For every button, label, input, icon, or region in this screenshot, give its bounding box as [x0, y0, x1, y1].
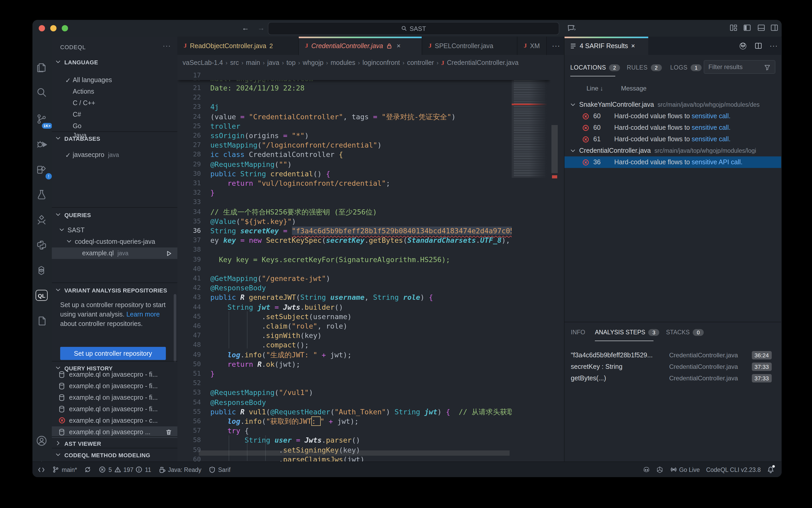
code-line[interactable]: 50 return R.ok(jwt);	[177, 359, 550, 369]
tab-stacks[interactable]: STACKS0	[666, 327, 704, 337]
analysis-step-row[interactable]: getBytes(...)CredentialController.java37…	[564, 373, 781, 384]
code-line[interactable]: 57 try {	[177, 426, 550, 435]
code-line[interactable]: 32}	[177, 188, 550, 197]
code-line[interactable]: 31 return "vul/loginconfront/credential"…	[177, 178, 550, 188]
code-line[interactable]: 36String secretKey = "f3a4c6d5b9bfeff28b…	[177, 226, 550, 236]
query-history-item[interactable]: example.ql on javasecpro - fi...	[52, 392, 177, 404]
extension-shape-icon[interactable]	[36, 214, 49, 227]
section-variant-analysis[interactable]: VARIANT ANALYSIS REPOSITORIES	[52, 285, 177, 296]
tab-xm[interactable]: JXM	[517, 37, 547, 55]
code-line[interactable]: 29@RequestMapping("")	[177, 159, 550, 169]
nav-back-icon[interactable]: ←	[241, 24, 250, 32]
code-line[interactable]: 34// 生成一个符合HS256要求的强密钥 (至少256位)	[177, 207, 550, 216]
copilot-chat-icon[interactable]	[567, 24, 577, 33]
code-line[interactable]: 44 String jwt = Jwts.builder()	[177, 302, 550, 311]
section-method-modeling[interactable]: CODEQL METHOD MODELING	[52, 450, 177, 461]
sticky-scroll-line[interactable]: 17	[177, 71, 550, 80]
nav-forward-icon[interactable]: →	[256, 24, 266, 32]
breadcrumb-item[interactable]: top	[287, 59, 296, 67]
code-line[interactable]: 39 Key key = Keys.secretKeyFor(Signature…	[177, 255, 550, 264]
code-line[interactable]: 30public String credential() {	[177, 169, 550, 178]
code-line[interactable]: 47 .signWith(key)	[177, 331, 550, 340]
more-actions-icon[interactable]: ···	[770, 42, 778, 50]
breadcrumb-item[interactable]: java	[267, 59, 280, 67]
openai-action-icon[interactable]	[739, 42, 747, 50]
query-history-item[interactable]: example.ql on javasecpro - fi...	[52, 369, 177, 380]
status-sync[interactable]	[85, 466, 92, 473]
tab-credentialcontroller-java[interactable]: JCredentialController.java×	[299, 37, 422, 55]
toggle-secondary-sidebar-icon[interactable]	[770, 24, 781, 33]
breadcrumb-item[interactable]: whgojp	[303, 59, 323, 67]
code-line[interactable]: 234j	[177, 102, 550, 112]
code-line[interactable]: 51}	[177, 369, 550, 378]
learn-more-link[interactable]: Learn more	[126, 311, 160, 318]
sarif-file-group[interactable]: CredentialController.javasrc/main/java/t…	[564, 145, 781, 157]
query-tree-item[interactable]: codeql-custom-queries-java	[52, 236, 177, 248]
split-editor-icon[interactable]	[755, 42, 762, 50]
analysis-step-row[interactable]: "f3a4c6d5b9bfeff28b1f529...CredentialCon…	[564, 349, 781, 361]
database-item[interactable]: ✓javasecprojava	[52, 149, 177, 161]
section-language[interactable]: LANGUAGE	[52, 56, 177, 68]
codeql-databases-icon[interactable]: !	[36, 164, 49, 177]
vertical-scrollbar[interactable]	[550, 71, 559, 462]
code-line[interactable]: 49 log.info("生成的JWT: " + jwt);	[177, 350, 550, 359]
language-item[interactable]: ✓All languages	[52, 74, 177, 86]
status-hexagon[interactable]	[656, 466, 664, 473]
sarif-result-row[interactable]: 36Hard-coded value flows to sensitive AP…	[564, 157, 781, 168]
code-line[interactable]: 55public R vul1(@RequestHeader("Auth_Tok…	[177, 407, 550, 416]
query-history-item[interactable]: example.ql on javasecpro - fi...	[52, 380, 177, 392]
breadcrumb-item[interactable]: CredentialController.java	[447, 59, 518, 67]
tab-spelcontroller-java[interactable]: JSPELController.java	[422, 37, 517, 55]
query-tree-item[interactable]: example.qljava	[52, 248, 177, 259]
minimap[interactable]	[512, 71, 550, 462]
source-control-icon[interactable]: 1K+	[36, 113, 49, 126]
sarif-result-row[interactable]: 61Hard-coded value flows to sensitive ca…	[564, 133, 781, 145]
status-remote[interactable]	[38, 466, 45, 473]
breadcrumb-item[interactable]: controller	[407, 59, 434, 67]
run-debug-icon[interactable]	[36, 138, 49, 151]
language-item[interactable]: C#	[52, 109, 177, 120]
files-icon[interactable]	[36, 61, 49, 74]
language-item[interactable]: Actions	[52, 86, 177, 97]
status-codeql-cli-v2-23-8[interactable]: CodeQL CLI v2.23.8	[706, 466, 761, 473]
code-line[interactable]: 46 .claim("role", role)	[177, 321, 550, 331]
horizontal-scrollbar[interactable]	[199, 451, 510, 456]
toggle-primary-sidebar-icon[interactable]	[743, 24, 754, 33]
status-main-[interactable]: main*	[52, 466, 77, 473]
language-item[interactable]: C / C++	[52, 97, 177, 109]
breadcrumb-item[interactable]: src	[230, 59, 239, 67]
code-line[interactable]: 26ssOrigin(origins = "*")	[177, 131, 550, 140]
code-line[interactable]: 58 String user = Jwts.parser()	[177, 435, 550, 445]
search-icon[interactable]	[36, 86, 49, 99]
status-bell-dot[interactable]	[767, 466, 774, 473]
code-line[interactable]: 53@RequestMapping("/vul1")	[177, 388, 550, 397]
status-go-live[interactable]: Go Live	[670, 466, 700, 473]
customize-layout-icon[interactable]	[729, 24, 740, 33]
sensitive-call-link[interactable]: sensitive call.	[692, 124, 731, 131]
sarif-result-row[interactable]: 60Hard-coded value flows to sensitive ca…	[564, 122, 781, 133]
test-beaker-icon[interactable]	[36, 189, 49, 202]
code-line[interactable]: 45 .setSubject(username)	[177, 312, 550, 321]
sidebar-more-icon[interactable]: ···	[163, 42, 171, 50]
more-tabs-icon[interactable]: ···	[548, 42, 564, 50]
code-line[interactable]: 35@Value("${jwt.key}")	[177, 217, 550, 226]
status-copilot[interactable]	[642, 466, 650, 473]
filter-results-input[interactable]: Filter results	[704, 60, 775, 74]
setup-controller-repository-button[interactable]: Set up controller repository	[60, 347, 166, 360]
tab-sarif-results[interactable]: 4 SARIF Results ×	[564, 37, 648, 55]
analysis-step-row[interactable]: secretKey : StringCredentialController.j…	[564, 361, 781, 373]
sarif-file-group[interactable]: SnakeYamlController.javasrc/main/java/to…	[564, 99, 781, 111]
maximize-traffic-light[interactable]	[62, 25, 68, 31]
code-line[interactable]: 48 .compact();	[177, 340, 550, 350]
breadcrumb-item[interactable]: vaSecLab-1.4	[183, 59, 223, 67]
code-line[interactable]: 54@ResponseBody	[177, 397, 550, 407]
tab-info[interactable]: INFO	[571, 327, 585, 337]
close-traffic-light[interactable]	[39, 25, 45, 31]
code-line[interactable]: 42@ResponseBody	[177, 283, 550, 292]
code-line[interactable]: 56 log.info("获取到的JWT: " + jwt);	[177, 416, 550, 426]
python-icon[interactable]	[36, 239, 49, 252]
tab-readobjectcontroller-java[interactable]: JReadObjectController.java2	[177, 37, 299, 55]
command-center-search[interactable]: SAST	[268, 22, 559, 35]
sensitive-call-link[interactable]: sensitive call.	[692, 113, 731, 120]
code-line[interactable]: 40	[177, 264, 550, 273]
